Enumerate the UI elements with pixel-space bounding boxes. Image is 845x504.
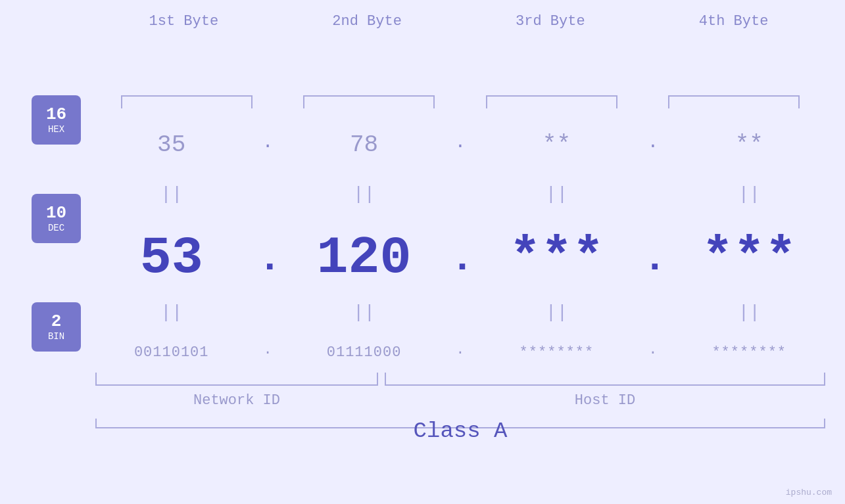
hex-val-2: 78 — [350, 131, 378, 158]
top-bracket-3 — [486, 95, 617, 108]
hex-val-4: ** — [735, 131, 763, 158]
byte4-header: 4th Byte — [668, 13, 800, 30]
hex-cell-4: ** — [683, 131, 815, 158]
hex-val-1: 35 — [157, 131, 185, 158]
dec-badge-num: 10 — [46, 204, 66, 223]
host-bracket — [385, 373, 825, 386]
top-bracket-1 — [121, 95, 253, 108]
hex-val-3: ** — [543, 131, 571, 158]
dec-val-4: *** — [702, 228, 796, 288]
dec-cell-2: 120 — [299, 232, 430, 285]
hex-dot-1: . — [258, 132, 278, 152]
eq3: || — [491, 184, 622, 204]
dec-val-3: *** — [509, 228, 604, 288]
watermark: ipshu.com — [786, 488, 832, 497]
dec-dot-2: . — [450, 237, 470, 281]
bin-cell-4: ******** — [683, 344, 815, 361]
bin-cell-2: 01111000 — [299, 344, 430, 361]
eq1: || — [106, 184, 237, 204]
bin-dot-2: . — [450, 342, 470, 358]
host-id-label: Host ID — [385, 392, 825, 409]
equals-dec-bin: || || || || — [95, 302, 825, 323]
hex-dot-2: . — [450, 132, 470, 152]
class-label: Class A — [95, 419, 825, 444]
dec-val-1: 53 — [140, 228, 203, 288]
equals-hex-dec: || || || || — [95, 184, 825, 204]
eq4: || — [683, 184, 815, 204]
bin-badge: 2 BIN — [32, 302, 81, 352]
bin-val-2: 01111000 — [327, 344, 402, 361]
network-bracket — [95, 373, 378, 386]
network-id-label: Network ID — [95, 392, 378, 409]
hex-badge: 16 HEX — [32, 95, 81, 145]
eq5: || — [106, 302, 237, 323]
top-brackets — [95, 95, 825, 108]
hex-row: 35 . 78 . ** . ** — [95, 131, 825, 158]
eq6: || — [299, 302, 430, 323]
bin-dot-3: . — [643, 342, 663, 358]
hex-badge-label: HEX — [48, 124, 64, 135]
bin-cell-1: 00110101 — [106, 344, 237, 361]
dec-cell-1: 53 — [106, 232, 237, 285]
bin-val-1: 00110101 — [134, 344, 209, 361]
dec-cell-4: *** — [683, 232, 815, 285]
hex-badge-num: 16 — [46, 105, 66, 124]
label-row: Network ID Host ID — [95, 392, 825, 409]
dec-badge-label: DEC — [48, 223, 64, 233]
bin-val-4: ******** — [712, 344, 786, 361]
dec-dot-1: . — [258, 237, 278, 281]
dec-val-2: 120 — [317, 228, 412, 288]
byte2-header: 2nd Byte — [301, 13, 433, 30]
byte1-header: 1st Byte — [118, 13, 249, 30]
dec-row: 53 . 120 . *** . *** — [95, 230, 825, 286]
bin-row: 00110101 . 01111000 . ******** . *******… — [95, 342, 825, 363]
dec-badge: 10 DEC — [32, 194, 81, 243]
bottom-brackets — [95, 373, 825, 386]
hex-cell-2: 78 — [299, 131, 430, 158]
bin-badge-label: BIN — [48, 331, 64, 342]
top-bracket-2 — [303, 95, 435, 108]
top-bracket-4 — [668, 95, 800, 108]
hex-cell-3: ** — [491, 131, 622, 158]
hex-cell-1: 35 — [106, 131, 237, 158]
dec-dot-3: . — [643, 237, 663, 281]
content-area: 35 . 78 . ** . ** || || || || — [95, 53, 825, 451]
byte-headers: 1st Byte 2nd Byte 3rd Byte 4th Byte — [0, 0, 845, 30]
main-container: 1st Byte 2nd Byte 3rd Byte 4th Byte 16 H… — [0, 0, 845, 504]
dec-cell-3: *** — [491, 232, 622, 285]
eq7: || — [491, 302, 622, 323]
eq8: || — [683, 302, 815, 323]
eq2: || — [299, 184, 430, 204]
bin-cell-3: ******** — [491, 344, 622, 361]
bin-dot-1: . — [258, 342, 278, 358]
bin-val-3: ******** — [519, 344, 594, 361]
hex-dot-3: . — [643, 132, 663, 152]
bin-badge-num: 2 — [51, 312, 62, 331]
byte3-header: 3rd Byte — [485, 13, 616, 30]
